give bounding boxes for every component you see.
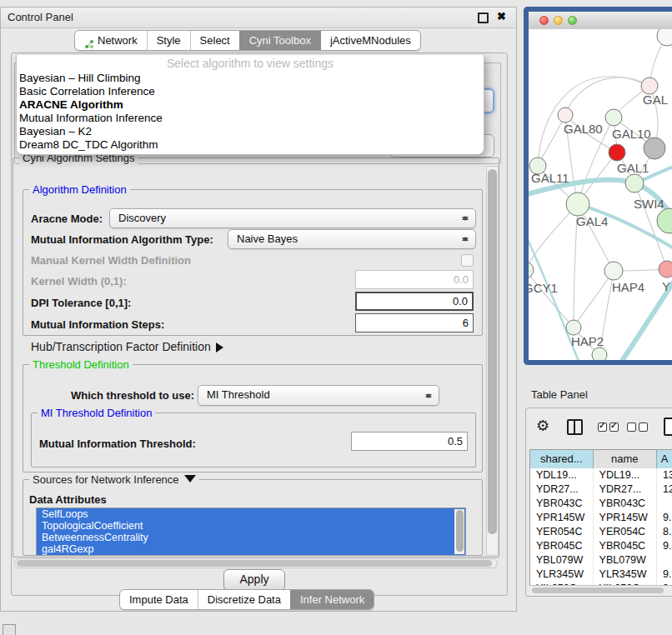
table-cell: YBL079W [530, 553, 594, 568]
mi-type-label: Mutual Information Algorithm Type: [31, 233, 213, 246]
minimize-traffic-light-icon[interactable] [554, 16, 563, 25]
popup-item-bayesian-hill-climbing[interactable]: Bayesian – Hill Climbing [17, 72, 484, 85]
attr-items: SelfLoopsTopologicalCoefficientBetweenne… [37, 508, 465, 555]
network-canvas[interactable]: GALGAL80GAL10GAL1GAL11SWI4GAL4GCY1HAP4YH… [529, 29, 672, 361]
dpi-tolerance-field[interactable]: 0.0 [355, 292, 474, 311]
node-label-hap4: HAP4 [612, 280, 644, 294]
gear-icon[interactable]: ⚙ [536, 418, 549, 433]
hub-expander[interactable]: Hub/Transcription Factor Definition [31, 340, 228, 353]
hide-all-columns-icon[interactable] [627, 422, 648, 432]
popup-item-dream8-dc-tdc-algorithm[interactable]: Dream8 DC_TDC Algorithm [17, 138, 484, 152]
network-node-gal4[interactable] [566, 192, 589, 216]
tab-network[interactable]: Network [75, 31, 147, 50]
table-row[interactable]: YBL079WYBL079W [530, 553, 672, 568]
network-node-swi4[interactable] [625, 174, 644, 192]
control-panel-window: Control Panel ✖ NetworkStyleSelectCyni T… [0, 7, 517, 612]
manual-kernel-checkbox[interactable] [461, 254, 474, 267]
settings-hscroll-thumb[interactable] [17, 560, 492, 567]
aracne-mode-combo[interactable]: Discovery [109, 208, 476, 228]
table-panel: ⚙ shared...nameA YDL19...YDL19...13YDR27… [525, 408, 672, 597]
table-hscroll-thumb[interactable] [532, 588, 664, 593]
node-label-hap2: HAP2 [571, 334, 604, 348]
which-threshold-combo[interactable]: MI Threshold [198, 385, 439, 406]
table-cell: 12 [657, 482, 672, 497]
combo-arrows-icon [462, 233, 469, 245]
node-label-gal4: GAL4 [576, 214, 608, 228]
tab-jactivemnodules[interactable]: jActiveMNodules [320, 31, 420, 50]
node-table: shared...nameA YDL19...YDL19...13YDR27..… [529, 449, 672, 586]
zoom-traffic-light-icon[interactable] [568, 16, 577, 25]
table-row[interactable]: YDR27...YDR27...12 [530, 482, 672, 497]
column-header-name[interactable]: name [594, 450, 658, 468]
float-window-icon[interactable] [478, 12, 489, 23]
network-node[interactable] [644, 138, 665, 159]
settings-vscroll-thumb[interactable] [488, 169, 497, 534]
table-cell: YBR045C [530, 539, 594, 553]
bottom-tab-impute-data[interactable]: Impute Data [120, 590, 198, 609]
popup-item-basic-correlation-inference[interactable]: Basic Correlation Inference [17, 85, 484, 98]
mi-type-combo[interactable]: Naive Bayes [228, 229, 476, 249]
attr-list-scrollbar[interactable] [454, 509, 464, 554]
popup-item-aracne-algorithm[interactable]: ARACNE Algorithm [17, 98, 484, 112]
tab-cyni-toolbox[interactable]: Cyni Toolbox [239, 31, 320, 50]
mi-steps-field[interactable]: 6 [355, 313, 474, 332]
network-node-gal80[interactable] [558, 108, 573, 122]
table-row[interactable]: YLR345WYLR345W9. [530, 568, 672, 582]
tab-label: Impute Data [129, 590, 188, 609]
table-cell: 9. [657, 511, 672, 525]
columns-icon[interactable] [567, 419, 583, 435]
table-row[interactable]: YPR145WYPR145W9. [530, 511, 672, 525]
table-row[interactable]: YBR043CYBR043C [530, 497, 672, 511]
column-header-a[interactable]: A [657, 450, 672, 468]
sources-group-title[interactable]: Sources for Network Inference [29, 473, 199, 488]
popup-item-bayesian-k2[interactable]: Bayesian – K2 [17, 125, 484, 138]
bottom-tab-discretize-data[interactable]: Discretize Data [198, 590, 290, 609]
attribute-item-selfloops[interactable]: SelfLoops [37, 508, 465, 520]
tab-select[interactable]: Select [190, 31, 239, 50]
close-traffic-light-icon[interactable] [539, 16, 549, 25]
network-node-hap4[interactable] [604, 262, 623, 280]
table-hscrollbar[interactable] [529, 585, 671, 595]
table-row[interactable]: YDL19...YDL19...13 [530, 468, 672, 482]
show-all-columns-icon[interactable] [598, 422, 619, 432]
mi-threshold-label: Mutual Information Threshold: [39, 438, 196, 450]
network-node-gal1[interactable] [609, 144, 625, 161]
network-node-y[interactable] [659, 261, 672, 278]
attribute-item-gal4rgexp[interactable]: gal4RGexp [37, 543, 465, 555]
network-view-window: GALGAL80GAL10GAL1GAL11SWI4GAL4GCY1HAP4YH… [524, 7, 672, 365]
network-node-gcy1[interactable] [529, 262, 534, 278]
network-node-hap2[interactable] [566, 320, 581, 335]
export-table-icon[interactable] [664, 418, 672, 436]
mi-threshold-field[interactable]: 0.5 [351, 432, 468, 451]
table-row[interactable]: YBR045CYBR045C9. [530, 539, 672, 553]
column-header-shared[interactable]: shared... [530, 450, 594, 468]
popup-item-mutual-information-inference[interactable]: Mutual Information Inference [17, 112, 484, 125]
close-icon[interactable]: ✖ [497, 10, 506, 22]
settings-vscrollbar[interactable] [486, 166, 499, 556]
network-node-gal10[interactable] [605, 109, 622, 126]
bottom-tab-bar: Impute DataDiscretize DataInfer Network [119, 589, 374, 610]
attribute-item-betweennesscentrality[interactable]: BetweennessCentrality [37, 532, 465, 543]
screen: Control Panel ✖ NetworkStyleSelectCyni T… [0, 0, 672, 635]
network-node[interactable] [657, 208, 672, 233]
threshold-definition-title: Threshold Definition [29, 358, 133, 371]
expand-right-icon [216, 342, 228, 352]
dpi-tolerance-label: DPI Tolerance [0,1]: [31, 297, 131, 309]
combo-arrows-icon [462, 212, 469, 224]
settings-hscrollbar[interactable] [14, 558, 498, 568]
table-row[interactable]: YER054CYER054C8. [530, 525, 672, 539]
network-node[interactable] [657, 29, 672, 46]
node-label-y: Y [662, 279, 670, 293]
panel-float-icon[interactable] [3, 624, 16, 635]
table-cell: 9. [657, 539, 672, 553]
apply-button[interactable]: Apply [223, 569, 285, 591]
attribute-item-topologicalcoefficient[interactable]: TopologicalCoefficient [37, 520, 465, 532]
network-node-gal[interactable] [641, 78, 658, 94]
data-attributes-list[interactable]: SelfLoopsTopologicalCoefficientBetweenne… [36, 508, 466, 556]
kernel-width-field[interactable]: 0.0 [355, 270, 474, 289]
network-node[interactable] [592, 348, 607, 361]
bottom-tab-infer-network[interactable]: Infer Network [290, 590, 374, 609]
table-cell: YER054C [530, 525, 594, 539]
tab-style[interactable]: Style [147, 31, 190, 50]
aracne-mode-label: Aracne Mode: [31, 212, 103, 225]
